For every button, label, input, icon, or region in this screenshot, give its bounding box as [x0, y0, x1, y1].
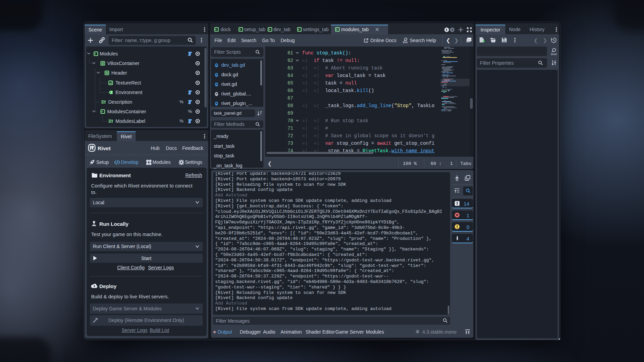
- svg-text:DOC: DOC: [551, 53, 557, 56]
- svg-text:DOC: DOC: [403, 41, 408, 43]
